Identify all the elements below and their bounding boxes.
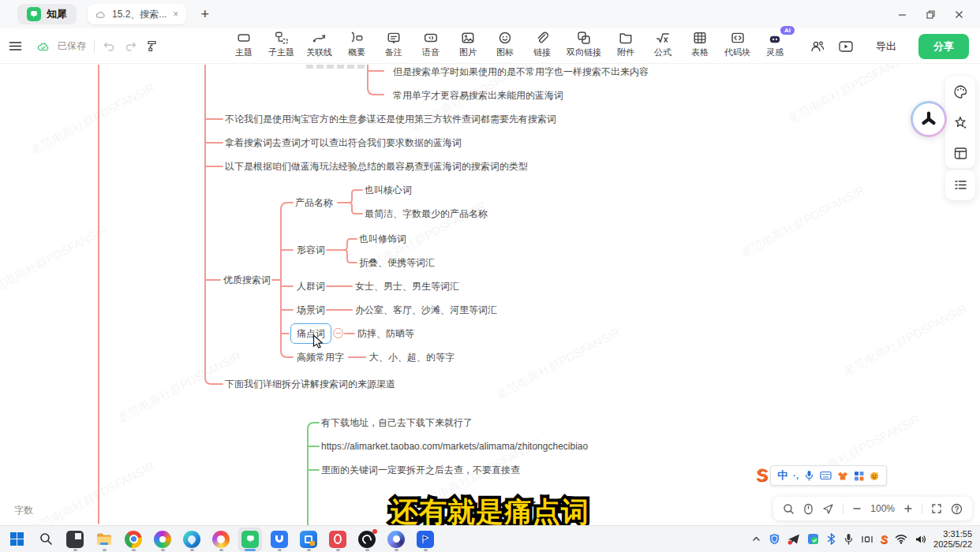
tool-subtopic[interactable]: 子主题 <box>268 31 294 58</box>
mindmap-node[interactable]: 下面我们详细拆分讲解搜索词的来源渠道 <box>225 379 395 390</box>
tray-wifi-icon[interactable] <box>895 534 907 544</box>
ime-punctuation-icon[interactable]: ·, <box>793 471 799 480</box>
taskbar-app-flag[interactable] <box>413 528 437 551</box>
sogou-logo-icon[interactable]: S <box>754 464 769 487</box>
zoom-in-icon[interactable] <box>903 504 913 513</box>
document-tab[interactable]: 15.2、搜索... × <box>88 4 186 24</box>
tray-update-check-icon[interactable] <box>807 533 819 545</box>
mindmap-node[interactable]: 女士、男士、男生等词汇 <box>355 281 459 292</box>
tool-icon-emoji[interactable]: 图标 <box>492 31 518 58</box>
taskbar-search-button[interactable] <box>34 528 58 551</box>
theme-palette-icon[interactable] <box>953 84 968 99</box>
tool-summary[interactable]: 概要 <box>344 31 369 58</box>
taskbar-app-u[interactable] <box>267 528 291 551</box>
mindmap-node[interactable]: 也叫核心词 <box>365 185 412 196</box>
ime-mic-icon[interactable] <box>804 470 814 481</box>
tray-chevron-up-icon[interactable] <box>751 534 761 544</box>
minimize-button[interactable] <box>893 6 911 23</box>
taskbar-clock[interactable]: 3:31:55 2025/5/22 <box>933 529 972 550</box>
zoom-out-icon[interactable] <box>852 504 862 513</box>
close-window-button[interactable] <box>950 6 967 23</box>
layout-structure-icon[interactable] <box>953 146 968 161</box>
mindmap-node[interactable]: 高频常用字 <box>297 352 344 363</box>
video-tutorial-icon[interactable] <box>838 39 854 54</box>
search-canvas-icon[interactable] <box>783 503 795 515</box>
start-button[interactable] <box>5 528 28 551</box>
tool-voice[interactable]: 语音 <box>418 31 443 58</box>
collapse-toggle-icon[interactable] <box>333 328 343 338</box>
mindmap-node[interactable]: 大、小、超、的等字 <box>369 352 454 363</box>
tray-antivirus-shield-icon[interactable] <box>769 533 780 545</box>
new-tab-button[interactable]: + <box>200 6 209 23</box>
tool-formula[interactable]: 公式 <box>650 31 675 58</box>
ime-toolbox-icon[interactable] <box>854 471 864 481</box>
taskbar-zhixi-active[interactable] <box>238 528 262 551</box>
taskbar-edge[interactable] <box>180 528 204 551</box>
mindmap-node[interactable]: 也叫修饰词 <box>359 233 406 244</box>
taskbar-chrome[interactable] <box>122 528 145 551</box>
mindmap-node[interactable]: 以下是根据咱们做蓝海玩法经验总结的最容易查到蓝海词的搜索词的类型 <box>225 161 528 172</box>
tool-attachment[interactable]: 附件 <box>613 31 638 58</box>
taskbar-file-explorer[interactable] <box>92 528 116 551</box>
tool-link[interactable]: 链接 <box>529 31 555 58</box>
tool-code-block[interactable]: 代码块 <box>724 31 750 58</box>
mindmap-node[interactable]: 有下载地址，自己去下载下来就行了 <box>321 417 473 428</box>
taskbar-obs[interactable] <box>355 528 379 551</box>
mindmap-node[interactable]: 折叠、便携等词汇 <box>359 257 435 268</box>
taskbar-app-squares[interactable] <box>297 528 320 551</box>
taskbar-app-red[interactable] <box>326 528 350 551</box>
mindmap-node[interactable]: 人群词 <box>297 281 325 292</box>
mindmap-node[interactable]: 但是搜索单字时如果使用的是不常用字也一样搜索不出来内容 <box>393 66 649 77</box>
zoom-level[interactable]: 100% <box>870 503 895 514</box>
mindmap-node[interactable]: 防摔、防晒等 <box>357 328 414 339</box>
tool-bidirectional-link[interactable]: 双向链接 <box>567 31 601 58</box>
drag-mode-icon[interactable] <box>803 503 814 515</box>
share-button[interactable]: 分享 <box>918 34 969 59</box>
taskbar-media-app[interactable] <box>209 528 233 551</box>
redo-icon[interactable] <box>124 39 137 53</box>
mindmap-canvas[interactable]: 老范电商社群PDSFANSIR 老范电商社群PDSFANSIR 老范电商社群PD… <box>0 65 980 525</box>
app-logo-chip[interactable]: 知犀 <box>17 4 77 24</box>
mindmap-node-selected[interactable]: 痛点词 <box>290 323 331 344</box>
mindmap-node[interactable]: 里面的关键词一定要拆开之后去查，不要直接查 <box>321 464 520 476</box>
tool-table[interactable]: 表格 <box>687 31 713 58</box>
ime-language-mode[interactable]: 中 <box>777 468 787 483</box>
menu-hamburger-icon[interactable] <box>8 39 23 54</box>
locate-center-icon[interactable] <box>822 503 834 515</box>
mindmap-node[interactable]: 最简洁、字数最少的产品名称 <box>365 208 488 219</box>
mindmap-node[interactable]: 优质搜索词 <box>223 274 271 285</box>
taskbar-app-dark[interactable] <box>63 528 87 551</box>
tool-image[interactable]: 图片 <box>455 31 481 58</box>
ai-beautify-icon[interactable] <box>953 115 968 130</box>
mindmap-node[interactable]: https://alimarket.taobao.com/markets/ali… <box>321 441 588 452</box>
tray-audio-device-icon[interactable] <box>861 534 873 545</box>
taskbar-app-ring[interactable] <box>384 528 408 551</box>
outline-list-icon[interactable] <box>953 177 968 192</box>
restore-button[interactable] <box>922 6 939 23</box>
mindmap-node[interactable]: 拿着搜索词去查词才可以查出符合我们要求数据的蓝海词 <box>225 137 462 148</box>
mindmap-node[interactable]: 产品名称 <box>295 197 333 208</box>
tray-volume-icon[interactable] <box>915 534 926 545</box>
taskbar-browser-colorful[interactable] <box>151 528 174 551</box>
tray-bluetooth-icon[interactable] <box>826 533 836 545</box>
help-icon[interactable] <box>951 503 963 515</box>
close-tab-icon[interactable]: × <box>173 9 178 20</box>
ime-emoji-icon[interactable] <box>870 471 880 481</box>
undo-icon[interactable] <box>103 39 116 53</box>
tool-topic[interactable]: 主题 <box>231 31 256 58</box>
mindmap-node[interactable]: 办公室、客厅、沙滩、河里等词汇 <box>355 304 497 315</box>
ime-keyboard-icon[interactable] <box>820 471 832 480</box>
mindmap-node[interactable]: 不论我们是使用淘宝官方的生意参谋还是使用第三方软件查词都需要先有搜索词 <box>225 114 556 125</box>
tray-telegram-icon[interactable] <box>787 533 800 545</box>
tray-sogou-icon[interactable]: S <box>881 533 888 546</box>
mindmap-node[interactable]: 形容词 <box>297 244 325 255</box>
tool-inspiration[interactable]: AI 灵感 <box>762 31 787 58</box>
collaborate-icon[interactable] <box>810 39 825 54</box>
tool-note[interactable]: 备注 <box>381 31 406 58</box>
ime-skin-icon[interactable] <box>837 471 848 481</box>
mindmap-node[interactable]: 场景词 <box>297 304 325 315</box>
ai-assistant-button[interactable] <box>911 101 947 137</box>
fullscreen-icon[interactable] <box>931 503 942 514</box>
tray-microphone-icon[interactable] <box>843 533 854 545</box>
export-button[interactable]: 导出 <box>866 35 906 58</box>
